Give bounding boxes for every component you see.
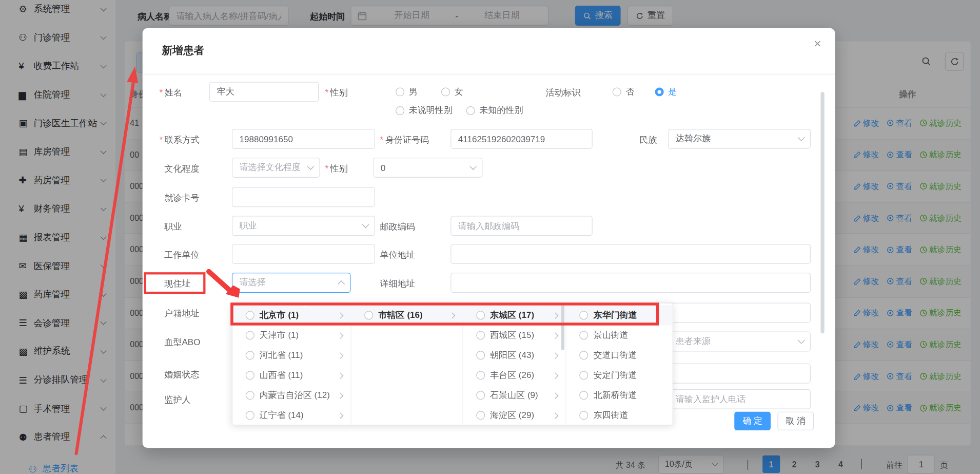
- cascader-option-label: 安定门街道: [594, 370, 655, 381]
- cascader-option[interactable]: 内蒙古自治区 (12): [232, 385, 351, 405]
- guardian-phone-input[interactable]: [668, 389, 811, 409]
- radio-icon: [476, 371, 485, 380]
- employer-input[interactable]: [232, 244, 375, 264]
- chevron-down-icon: [798, 337, 805, 344]
- name-input[interactable]: [209, 82, 319, 102]
- chevron-down-icon: [362, 221, 369, 228]
- radio-icon: [441, 88, 450, 97]
- cascader-option-label: 丰台区 (26): [490, 370, 548, 381]
- cascader-option[interactable]: 景山街道: [566, 325, 672, 345]
- chevron-right-icon: [553, 372, 559, 378]
- cascader-option[interactable]: 东四街道: [566, 405, 672, 425]
- radio-icon: [476, 351, 485, 359]
- radio-icon: [580, 311, 589, 319]
- screen: ⚙ 系统管理 ⚇ 门诊管理 ¥ 收费工作站: [0, 0, 980, 474]
- cascader-column-district: 东城区 (17) 西城区 (15) 朝阳区 (43) 丰台: [463, 304, 567, 425]
- gender-radio-unstated[interactable]: 未说明性别: [396, 105, 453, 117]
- employer-address-input[interactable]: [450, 244, 811, 264]
- cascader-option[interactable]: 海淀区 (29): [463, 405, 566, 425]
- radio-icon: [246, 411, 254, 420]
- guardian-label: 监护人: [164, 395, 190, 406]
- cascader-option[interactable]: 市辖区 (16): [351, 305, 462, 325]
- ethnicity-select[interactable]: 达斡尔族: [668, 129, 811, 149]
- gender-radio-female[interactable]: 女: [441, 86, 463, 98]
- close-icon[interactable]: ×: [814, 37, 821, 49]
- occupation-select[interactable]: 职业: [232, 216, 375, 236]
- cascader-option-label: 山西省 (11): [260, 370, 334, 381]
- chevron-right-icon: [338, 352, 344, 358]
- radio-icon: [580, 371, 589, 380]
- active-flag-label: 活动标识: [545, 88, 580, 99]
- cascader-option[interactable]: 辽宁省 (14): [232, 405, 351, 425]
- chevron-right-icon: [553, 392, 559, 399]
- gender-code-select[interactable]: 0: [373, 158, 482, 178]
- radio-icon: [246, 351, 254, 359]
- radio-icon: [246, 391, 254, 400]
- chevron-down-icon: [307, 163, 315, 170]
- detail-address-input[interactable]: [450, 273, 811, 293]
- cascader-option[interactable]: 东华门街道: [566, 305, 672, 325]
- chevron-right-icon: [338, 332, 344, 338]
- gender-code-label: 性别: [325, 163, 347, 175]
- cascader-column-province: 北京市 (1) 天津市 (1) 河北省 (11) 山西省: [232, 304, 351, 425]
- cancel-button[interactable]: 取 消: [777, 412, 814, 431]
- cascader-option-label: 景山街道: [594, 330, 655, 341]
- radio-icon: [476, 391, 485, 400]
- radio-icon: [476, 331, 485, 339]
- chevron-right-icon: [553, 312, 559, 318]
- registered-address-label: 户籍地址: [164, 309, 199, 320]
- id-number-input[interactable]: [450, 129, 593, 149]
- current-address-cascader-select[interactable]: 请选择: [232, 273, 350, 293]
- contact-input[interactable]: [232, 129, 375, 149]
- postcode-input[interactable]: [450, 216, 593, 236]
- gender-radio-unknown[interactable]: 未知的性别: [466, 105, 523, 117]
- cascader-option-label: 朝阳区 (43): [490, 350, 548, 361]
- radio-icon: [580, 411, 589, 420]
- modal-scrollbar[interactable]: [820, 92, 824, 333]
- radio-icon: [580, 391, 589, 400]
- radio-icon: [613, 88, 621, 97]
- radio-icon: [476, 311, 485, 319]
- cascader-option[interactable]: 山西省 (11): [232, 365, 351, 385]
- radio-icon: [466, 106, 475, 115]
- gender-radio-male[interactable]: 男: [396, 86, 418, 98]
- radio-icon: [246, 331, 254, 339]
- patient-source-select[interactable]: 患者来源: [668, 332, 811, 352]
- cascader-option[interactable]: 西城区 (15): [463, 325, 566, 345]
- cascader-option-label: 石景山区 (9): [490, 390, 548, 401]
- radio-icon: [246, 371, 254, 380]
- cascader-option-label: 天津市 (1): [260, 330, 334, 341]
- education-label: 文化程度: [164, 163, 199, 175]
- id-number-label: 身份证号码: [380, 135, 429, 146]
- cascader-option-label: 东华门街道: [594, 310, 655, 321]
- visit-card-label: 就诊卡号: [164, 193, 199, 204]
- chevron-down-icon: [798, 134, 805, 141]
- cascader-option[interactable]: 交道口街道: [566, 345, 672, 365]
- chevron-right-icon: [449, 312, 455, 318]
- chevron-right-icon: [338, 372, 344, 378]
- marital-status-label: 婚姻状态: [164, 369, 199, 381]
- cascader-option-label: 东四街道: [594, 410, 655, 421]
- cascader-option[interactable]: 丰台区 (26): [463, 365, 566, 385]
- radio-icon: [396, 88, 404, 97]
- chevron-right-icon: [553, 412, 559, 419]
- chevron-right-icon: [553, 332, 559, 338]
- education-select[interactable]: 请选择文化程度: [232, 158, 320, 178]
- active-flag-radio-no[interactable]: 否: [613, 86, 635, 98]
- cascader-option-label: 北新桥街道: [594, 390, 655, 401]
- cascader-option[interactable]: 石景山区 (9): [463, 385, 566, 405]
- cascader-option[interactable]: 天津市 (1): [232, 325, 351, 345]
- cascader-option-label: 西城区 (15): [490, 330, 548, 341]
- cascader-option[interactable]: 北京市 (1): [232, 305, 351, 325]
- cascader-option[interactable]: 北新桥街道: [566, 385, 672, 405]
- current-address-label: 现住址: [164, 278, 190, 290]
- cascader-option[interactable]: 安定门街道: [566, 365, 672, 385]
- cascader-option[interactable]: 朝阳区 (43): [463, 345, 566, 365]
- confirm-button[interactable]: 确 定: [734, 412, 771, 431]
- marital-status-input[interactable]: [668, 364, 811, 384]
- active-flag-radio-yes[interactable]: 是: [655, 86, 677, 98]
- cascader-option[interactable]: 东城区 (17): [463, 305, 566, 325]
- cascader-option[interactable]: 河北省 (11): [232, 345, 351, 365]
- cascader-scrollbar[interactable]: [561, 305, 564, 350]
- visit-card-input[interactable]: [232, 187, 375, 207]
